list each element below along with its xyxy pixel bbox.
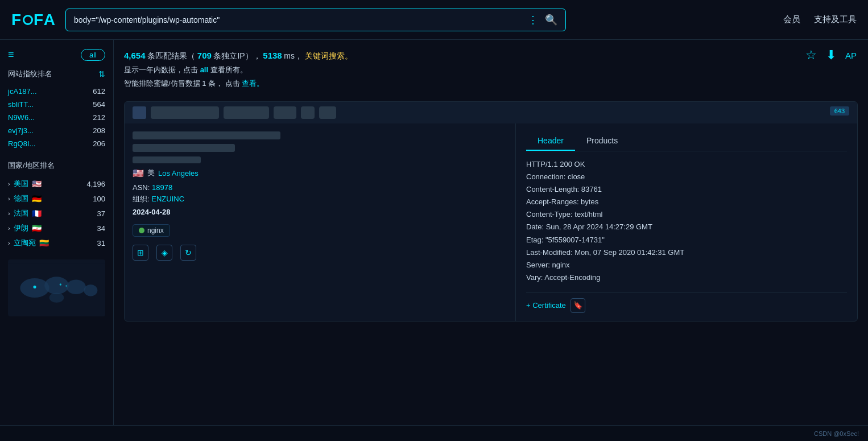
ip-count: 709 (197, 51, 212, 60)
footer-credit: CSDN @0xSec! (814, 430, 859, 437)
search-input[interactable] (74, 15, 528, 24)
fingerprint-item-4[interactable]: RgQ8I... 206 (8, 137, 105, 150)
country-item-4[interactable]: › 立陶宛 🇱🇹 31 (8, 236, 105, 250)
header-line-4: Content-Type: text/html (526, 208, 847, 221)
url-blurred-4 (301, 106, 315, 119)
country-list: › 美国 🇺🇸 4,196 › 德国 🇩🇪 100 › 法国 🇫🇷 (8, 176, 105, 250)
svg-point-8 (65, 285, 67, 287)
flag-icon-1: 🇩🇪 (32, 194, 42, 203)
honeypot-view-link[interactable]: 查看。 (242, 79, 264, 88)
flag-icon-0: 🇺🇸 (32, 179, 42, 188)
svg-point-6 (33, 286, 36, 288)
fingerprint-item-3[interactable]: evj7j3... 208 (8, 124, 105, 137)
result-count-badge: 643 (830, 106, 849, 116)
refresh-icon[interactable]: ↻ (180, 245, 196, 261)
card-body: 🇺🇸 美 Los Angeles ASN: 18978 组织: ENZUINC … (125, 123, 857, 321)
svg-point-2 (44, 277, 69, 294)
url-blurred-5 (319, 106, 336, 119)
svg-point-4 (84, 285, 97, 296)
city-link[interactable]: Los Angeles (158, 169, 199, 178)
card-top-bar: 643 (125, 102, 857, 123)
result-card: 643 🇺🇸 美 Los Angeles ASN: (124, 101, 858, 322)
content-area: ☆ ⬇ AP 4,654 条匹配结果（ 709 条独立IP）， 5138 ms，… (114, 40, 868, 425)
asn-value[interactable]: 18978 (152, 183, 172, 192)
header-line-8: Server: nginx (526, 259, 847, 271)
search-bar[interactable]: ⋮ 🔍 (65, 9, 566, 31)
logo: FFA (11, 11, 56, 29)
header-nav: 会员 支持及工具 (783, 14, 857, 25)
search-submit-icon[interactable]: 🔍 (545, 14, 557, 26)
tabs-row: Header Products (526, 131, 847, 151)
url-blurred-line (133, 144, 235, 152)
result-count: 4,654 (124, 51, 146, 60)
result-summary: 4,654 条匹配结果（ 709 条独立IP）， 5138 ms， 关键词搜索。… (124, 48, 858, 90)
favicon-placeholder (133, 106, 146, 119)
header-line-7: Last-Modified: Mon, 07 Sep 2020 01:42:31… (526, 246, 847, 259)
expand-arrow-1: › (8, 195, 10, 202)
url-blurred-2 (224, 106, 269, 119)
api-link[interactable]: AP (845, 51, 857, 60)
card-right: Header Products HTTP/1.1 200 OK Connecti… (516, 123, 857, 321)
org-value[interactable]: ENZUINC (151, 195, 184, 203)
fingerprint-item-0[interactable]: jcA187... 612 (8, 85, 105, 98)
org-row: 组织: ENZUINC (133, 194, 507, 204)
fingerprint-item-1[interactable]: sbliTT... 564 (8, 98, 105, 111)
world-map (8, 259, 105, 316)
search-options-icon[interactable]: ⋮ (528, 14, 538, 26)
download-icon[interactable]: ⬇ (826, 48, 836, 63)
header: FFA ⋮ 🔍 会员 支持及工具 (0, 0, 868, 40)
fingerprint-list: jcA187... 612 sbliTT... 564 N9W6... 212 … (8, 85, 105, 150)
tab-header[interactable]: Header (526, 131, 575, 151)
header-line-9: Vary: Accept-Encoding (526, 271, 847, 284)
url-blurred (151, 106, 219, 119)
flag-icon-4: 🇱🇹 (39, 238, 49, 248)
all-badge[interactable]: all (81, 49, 105, 61)
country-flag-icon: 🇺🇸 (133, 168, 144, 179)
expand-arrow-3: › (8, 225, 10, 232)
main-layout: ≡ all 网站指纹排名 ⇅ jcA187... 612 sbliTT... 5… (0, 40, 868, 425)
location-row: 🇺🇸 美 Los Angeles (133, 168, 507, 179)
grid-icon[interactable]: ⊞ (133, 245, 148, 261)
country-item-2[interactable]: › 法国 🇫🇷 37 (8, 206, 105, 221)
card-left: 🇺🇸 美 Los Angeles ASN: 18978 组织: ENZUINC … (125, 123, 516, 321)
action-icons-row: ⊞ ◈ ↻ (133, 245, 507, 261)
svg-point-5 (49, 293, 64, 303)
country-item-1[interactable]: › 德国 🇩🇪 100 (8, 191, 105, 206)
svg-point-7 (60, 283, 61, 285)
country-item-3[interactable]: › 伊朗 🇮🇷 34 (8, 221, 105, 236)
tab-products[interactable]: Products (575, 131, 629, 151)
certificate-link[interactable]: + Certificate (526, 301, 566, 310)
tech-name: nginx (147, 226, 164, 234)
sort-icon[interactable]: ⇅ (98, 69, 105, 79)
certificate-icon-btn[interactable]: 🔖 (571, 298, 585, 313)
asn-row: ASN: 18978 (133, 183, 507, 192)
keyword-search-link[interactable]: 关键词搜索。 (305, 51, 353, 60)
fingerprint-section-title: 网站指纹排名 ⇅ (8, 69, 105, 79)
fingerprint-item-2[interactable]: N9W6... 212 (8, 111, 105, 124)
time-value: 5138 (263, 51, 282, 60)
expand-arrow-0: › (8, 180, 10, 187)
tech-badge-nginx[interactable]: nginx (133, 224, 170, 237)
certificate-row: + Certificate 🔖 (526, 292, 847, 313)
header-line-5: Date: Sun, 28 Apr 2024 14:27:29 GMT (526, 221, 847, 233)
right-actions: ☆ ⬇ AP (805, 48, 857, 63)
star-icon[interactable]: ☆ (805, 48, 817, 63)
nav-support[interactable]: 支持及工具 (814, 14, 857, 25)
cube-icon[interactable]: ◈ (156, 245, 172, 261)
header-info: HTTP/1.1 200 OK Connection: close Conten… (526, 158, 847, 284)
nginx-dot (139, 228, 144, 233)
sidebar: ≡ all 网站指纹排名 ⇅ jcA187... 612 sbliTT... 5… (0, 40, 114, 425)
title-blurred (133, 131, 280, 139)
subtitle-blurred (133, 156, 201, 163)
header-line-3: Accept-Ranges: bytes (526, 196, 847, 208)
filter-icon[interactable]: ≡ (8, 49, 14, 61)
expand-arrow-2: › (8, 210, 10, 217)
country-item-0[interactable]: › 美国 🇺🇸 4,196 (8, 176, 105, 191)
flag-icon-3: 🇮🇷 (32, 224, 42, 233)
nav-member[interactable]: 会员 (783, 14, 800, 25)
header-line-1: Connection: close (526, 171, 847, 183)
header-line-2: Content-Length: 83761 (526, 183, 847, 196)
footer-bar: CSDN @0xSec! (0, 425, 868, 441)
date-value: 2024-04-28 (133, 208, 507, 216)
header-line-0: HTTP/1.1 200 OK (526, 158, 847, 171)
